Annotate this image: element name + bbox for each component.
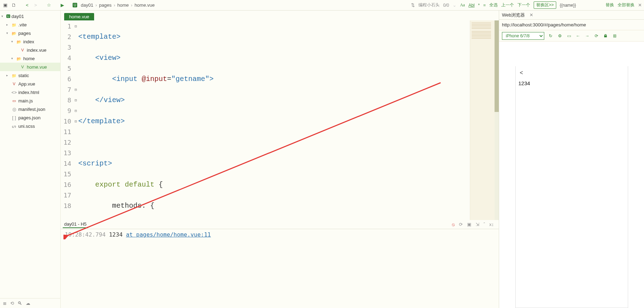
crumb-file[interactable]: home.vue xyxy=(135,2,155,8)
code-editor[interactable]: 123456789101112131415161718 ⊟⊟⊟⊟⊟ <templ… xyxy=(61,20,499,220)
nav-match-icon[interactable]: ⌄ xyxy=(453,2,456,8)
tree-root[interactable]: ▾ U day01 xyxy=(0,12,60,20)
replace-all-btn[interactable]: 全部替换 xyxy=(618,2,634,8)
preview-tab[interactable]: Web浏览器 xyxy=(502,12,525,18)
preview-panel: Web浏览器 ✕ iPhone 6/7/8 ↻ ⚙ ▭ ← → ⟳ 🔒︎ ⊞ <… xyxy=(499,11,644,308)
tree-label: App.vue xyxy=(18,81,35,87)
line-gutter: 123456789101112131415161718 xyxy=(61,20,73,220)
export-icon[interactable]: ⇲ xyxy=(476,222,479,227)
nav-forward-icon[interactable]: > xyxy=(32,2,39,8)
folder-open-icon xyxy=(11,31,17,36)
folder-open-icon xyxy=(16,39,22,44)
find-replace-bar: ⇅ 编程小石头 0/0 ⌄ Aa Abl * = 全选 上一个 下一个 替换区>… xyxy=(411,1,642,9)
tree-label: index xyxy=(23,39,34,44)
run-icon[interactable]: ▶ xyxy=(59,2,66,8)
refresh-preview-icon[interactable]: ↻ xyxy=(548,33,553,38)
console-value: 1234 xyxy=(109,231,123,238)
clear-icon[interactable]: ▣ xyxy=(467,222,471,227)
stop-icon[interactable]: ⦸ xyxy=(452,222,455,227)
file-explorer: ▾ U day01 ▸ .vite ▾ pages ▾ index V i xyxy=(0,11,61,308)
cloud-icon[interactable]: ☁ xyxy=(26,301,30,306)
expand-icon[interactable]: x↕ xyxy=(489,222,494,227)
chevron-down-icon: ▾ xyxy=(1,14,5,18)
console-output: 19:28:42.794 1234 at pages/home/home.vue… xyxy=(61,229,499,240)
top-toolbar: ▣ 🗋 < > ☆ ▶ U day01 › pages › home › hom… xyxy=(0,0,644,11)
tree-label: main.js xyxy=(18,98,33,103)
replace-zone-btn[interactable]: 替换区>> xyxy=(534,1,556,9)
search-toggle-icon[interactable]: ⇅ xyxy=(411,2,415,8)
code-content[interactable]: <template> <view> <input @input="getname… xyxy=(78,20,470,220)
phone-content: 1234 xyxy=(516,66,628,100)
list-icon[interactable]: ≣ xyxy=(3,301,7,306)
case-toggle[interactable]: Aa xyxy=(460,2,465,8)
device-select[interactable]: iPhone 6/7/8 xyxy=(502,32,544,40)
crumb-home[interactable]: home xyxy=(117,2,129,8)
match-counter: 0/0 xyxy=(443,3,449,8)
equals-toggle[interactable]: = xyxy=(483,3,486,8)
replace-btn[interactable]: 替换 xyxy=(606,2,614,8)
crumb-pages[interactable]: pages xyxy=(99,2,111,8)
vue-file-icon: V xyxy=(20,65,25,69)
replace-input[interactable] xyxy=(560,3,602,8)
sync-icon[interactable]: ⟲ xyxy=(10,301,14,306)
scss-file-icon: ᔕ xyxy=(11,124,17,129)
tree-file-manifest[interactable]: ◎ manifest.json xyxy=(0,105,60,113)
nav-back-icon[interactable]: < xyxy=(24,2,30,8)
close-preview-icon[interactable]: ✕ xyxy=(528,12,535,18)
tree-label: .vite xyxy=(18,22,27,27)
console-panel: day01 - H5 ⦸ ⟳ ▣ ⇲ ˆ x↕ 19:28:42.794 123… xyxy=(61,220,499,308)
tree-folder-vite[interactable]: ▸ .vite xyxy=(0,20,60,29)
chevron-down-icon: ▾ xyxy=(11,40,15,43)
next-match-btn[interactable]: 下一个 xyxy=(517,2,530,8)
project-icon: U xyxy=(73,3,77,7)
tree-folder-pages[interactable]: ▾ pages xyxy=(0,29,60,37)
tree-label: home xyxy=(23,56,35,61)
tree-folder-index[interactable]: ▾ index xyxy=(0,37,60,46)
tree-file-index-vue[interactable]: V index.vue xyxy=(0,46,60,54)
forward-arrow-icon[interactable]: → xyxy=(584,33,590,38)
tree-file-app-vue[interactable]: V App.vue xyxy=(0,80,60,88)
whole-word-toggle[interactable]: Abl xyxy=(468,3,474,8)
refresh-icon[interactable]: ⟳ xyxy=(459,222,463,227)
preview-url-input[interactable] xyxy=(502,22,641,27)
reload-icon[interactable]: ⟳ xyxy=(594,33,599,38)
json-file-icon: [ ] xyxy=(11,115,17,120)
tree-file-uni-scss[interactable]: ᔕ uni.scss xyxy=(0,122,60,130)
settings-preview-icon[interactable]: ⚙ xyxy=(557,33,563,38)
prev-match-btn[interactable]: 上一个 xyxy=(501,2,514,8)
tree-folder-home[interactable]: ▾ home xyxy=(0,54,60,63)
search-icon[interactable]: 🔍︎ xyxy=(18,301,22,306)
close-find-icon[interactable]: ✕ xyxy=(638,2,642,8)
rect-icon[interactable]: ▭ xyxy=(566,33,572,38)
chevron-right-icon: ▸ xyxy=(6,23,10,26)
js-file-icon: ▭ xyxy=(11,99,17,103)
chevron-right-icon: › xyxy=(96,2,97,8)
tree-file-home-vue[interactable]: V home.vue xyxy=(0,63,60,71)
chevron-right-icon: › xyxy=(131,2,132,8)
phone-back-icon[interactable]: < xyxy=(520,70,523,76)
tree-label: manifest.json xyxy=(18,107,45,112)
tree-file-pages-json[interactable]: [ ] pages.json xyxy=(0,113,60,122)
vertical-scrollbar[interactable] xyxy=(495,20,499,220)
tree-label: static xyxy=(18,73,29,78)
select-all-btn[interactable]: 全选 xyxy=(489,2,498,8)
console-tab[interactable]: day01 - H5 xyxy=(63,221,88,228)
editor-tab-active[interactable]: home.vue xyxy=(64,13,94,20)
star-icon[interactable]: ☆ xyxy=(46,2,52,8)
tree-file-index-html[interactable]: <> index.html xyxy=(0,88,60,96)
lock-icon[interactable]: 🔒︎ xyxy=(603,33,608,38)
folder-icon xyxy=(11,73,17,78)
tree-folder-static[interactable]: ▸ static xyxy=(0,71,60,80)
panel-icon[interactable]: ▣ xyxy=(2,2,8,8)
minimap[interactable] xyxy=(470,20,495,220)
phone-frame: < 1234 xyxy=(515,66,628,308)
console-location[interactable]: at pages/home/home.vue:11 xyxy=(126,231,211,238)
save-icon[interactable]: 🗋 xyxy=(11,2,17,8)
tree-file-main-js[interactable]: ▭ main.js xyxy=(0,96,60,105)
back-arrow-icon[interactable]: ← xyxy=(575,33,581,38)
collapse-up-icon[interactable]: ˆ xyxy=(484,222,485,227)
crumb-project[interactable]: day01 xyxy=(81,2,93,8)
grid-icon[interactable]: ⊞ xyxy=(612,33,618,38)
regex-star-toggle[interactable]: * xyxy=(478,3,480,8)
html-file-icon: <> xyxy=(11,90,17,95)
